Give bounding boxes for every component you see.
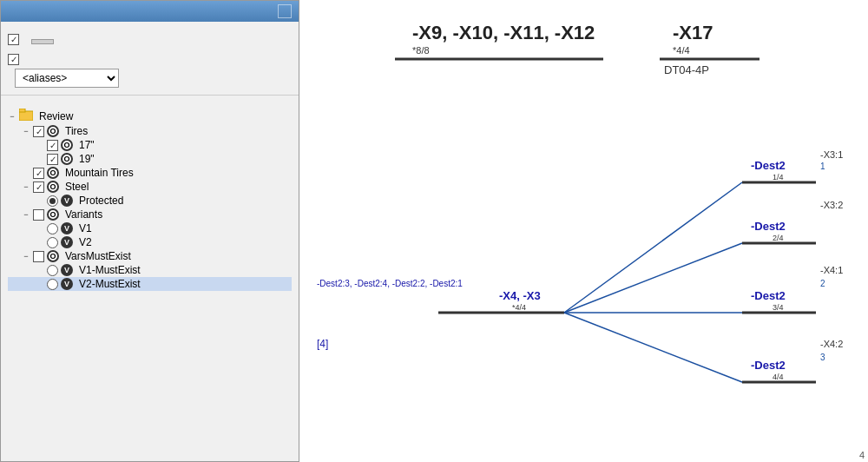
dest2-4-frac: 4/4 bbox=[773, 373, 784, 381]
dest2-1-frac: 1/4 bbox=[773, 173, 784, 182]
tree-item-v2must[interactable]: VV2-MustExist bbox=[8, 277, 292, 291]
tree-label-19: 19" bbox=[79, 153, 95, 165]
dest2-2-frac: 2/4 bbox=[773, 234, 784, 242]
activate-button[interactable] bbox=[31, 39, 54, 44]
badge-o-variants: O bbox=[47, 208, 59, 221]
sub-label-right: *4/4 bbox=[673, 45, 690, 56]
x4-1-num: 2 bbox=[820, 279, 825, 288]
x3-2-num: 1 bbox=[820, 162, 825, 171]
tree-label-v1must: V1-MustExist bbox=[79, 264, 141, 276]
bracket-label: [4] bbox=[317, 338, 328, 350]
checkbox-19[interactable] bbox=[47, 154, 58, 165]
badge-v-v2must: V bbox=[61, 278, 73, 290]
tree-item-17[interactable]: O17" bbox=[8, 138, 292, 152]
tree-label-protected: Protected bbox=[79, 195, 123, 207]
badge-v-v1must: V bbox=[61, 264, 73, 276]
tree-item-v1must[interactable]: VV1-MustExist bbox=[8, 263, 292, 277]
activate-section: <aliases> bbox=[1, 22, 299, 96]
diagram-svg: -X9, -X10, -X11, -X12 -X17 *8/8 *4/4 DT0… bbox=[299, 0, 868, 462]
activate-row bbox=[8, 34, 292, 49]
tree-item-varsmustexist[interactable]: −OVarsMustExist bbox=[8, 249, 292, 263]
page-number: 4 bbox=[859, 450, 865, 460]
expand-icon-steel[interactable]: − bbox=[22, 182, 30, 191]
dest2-4-label: -Dest2 bbox=[751, 359, 786, 372]
tree-label-v2: V2 bbox=[79, 236, 92, 248]
radio-v1must[interactable] bbox=[47, 265, 58, 276]
checkbox-varsmustexist[interactable] bbox=[33, 251, 44, 262]
tree-item-review[interactable]: −Review bbox=[8, 108, 292, 124]
alias-select[interactable]: <aliases> bbox=[15, 69, 119, 88]
dest2-3-frac: 3/4 bbox=[773, 303, 784, 312]
checkbox-17[interactable] bbox=[47, 140, 58, 151]
radio-v2must[interactable] bbox=[47, 279, 58, 290]
tree-item-tires[interactable]: −OTires bbox=[8, 124, 292, 138]
badge-o-17: O bbox=[61, 139, 73, 151]
conn-line-4 bbox=[564, 313, 742, 382]
folder-icon-review bbox=[19, 109, 33, 123]
x4-2-label: -X4:2 bbox=[820, 339, 843, 349]
badge-v-v2: V bbox=[61, 236, 73, 248]
tree-label-varsmustexist: VarsMustExist bbox=[65, 250, 131, 262]
tree-label-variants: Variants bbox=[65, 208, 102, 221]
tree-label-17: 17" bbox=[79, 139, 95, 151]
tree-label-tires: Tires bbox=[65, 125, 88, 137]
conn-line-1 bbox=[564, 182, 742, 313]
center-connector-label: -X4, -X3 bbox=[499, 289, 541, 302]
tree-item-v1[interactable]: VV1 bbox=[8, 221, 292, 235]
tree-label-v2must: V2-MustExist bbox=[79, 278, 141, 290]
badge-o-tires: O bbox=[47, 125, 59, 137]
alias-row: <aliases> bbox=[8, 69, 292, 88]
display-elements-checkbox[interactable] bbox=[8, 54, 19, 65]
tree-item-mountain-tires[interactable]: OMountain Tires bbox=[8, 166, 292, 180]
tree-label-review: Review bbox=[39, 110, 73, 122]
expand-icon-review[interactable]: − bbox=[8, 112, 16, 121]
radio-v1[interactable] bbox=[47, 223, 58, 234]
dest2-1-label: -Dest2 bbox=[751, 159, 786, 172]
activate-online-checkbox[interactable] bbox=[8, 34, 19, 45]
dest2-3-label: -Dest2 bbox=[751, 289, 786, 302]
activate-online-row bbox=[8, 34, 24, 45]
checkbox-variants[interactable] bbox=[33, 209, 44, 221]
tree-section: −Review−OTiresO17"O19"OMountain Tires−OS… bbox=[1, 96, 299, 461]
badge-o-mountain-tires: O bbox=[47, 167, 59, 179]
checkbox-tires[interactable] bbox=[33, 126, 44, 137]
checkbox-mountain-tires[interactable] bbox=[33, 168, 44, 179]
tree-item-19[interactable]: O19" bbox=[8, 152, 292, 166]
tree-item-v2[interactable]: VV2 bbox=[8, 235, 292, 249]
badge-v-v1: V bbox=[61, 222, 73, 234]
expand-icon-varsmustexist[interactable]: − bbox=[22, 252, 30, 261]
variants-options-panel: <aliases> −Review−OTiresO17"O19"OMountai… bbox=[0, 0, 299, 462]
tree-item-variants[interactable]: −OVariants bbox=[8, 208, 292, 221]
top-right-label-x17: -X17 bbox=[673, 22, 713, 43]
badge-o-steel: O bbox=[47, 181, 59, 193]
radio-protected[interactable] bbox=[47, 195, 58, 207]
panel-titlebar bbox=[1, 1, 299, 22]
display-elements-row bbox=[8, 54, 292, 65]
badge-v-protected: V bbox=[61, 195, 73, 207]
radio-v2[interactable] bbox=[47, 237, 58, 248]
diagram-panel: -X9, -X10, -X11, -X12 -X17 *8/8 *4/4 DT0… bbox=[299, 0, 868, 462]
x4-1-label: -X4:1 bbox=[820, 265, 843, 275]
dest2-2-label: -Dest2 bbox=[751, 220, 786, 233]
tree-item-steel[interactable]: −OSteel bbox=[8, 180, 292, 194]
svg-rect-1 bbox=[19, 109, 25, 112]
sub-label-left: *8/8 bbox=[412, 45, 430, 56]
tree-label-v1: V1 bbox=[79, 222, 92, 234]
tree-label-mountain-tires: Mountain Tires bbox=[65, 167, 134, 179]
expand-icon-tires[interactable]: − bbox=[22, 127, 30, 135]
badge-o-19: O bbox=[61, 153, 73, 165]
top-left-label: -X9, -X10, -X11, -X12 bbox=[412, 22, 595, 43]
x3-1-label: -X3:1 bbox=[820, 149, 843, 160]
tree-item-protected[interactable]: VProtected bbox=[8, 194, 292, 208]
left-dest-label: -Dest2:3, -Dest2:4, -Dest2:2, -Dest2:1 bbox=[317, 279, 463, 288]
badge-o-varsmustexist: O bbox=[47, 250, 59, 262]
expand-icon-variants[interactable]: − bbox=[22, 210, 30, 219]
checkbox-steel[interactable] bbox=[33, 182, 44, 193]
dt04-label: DT04-4P bbox=[664, 63, 709, 76]
svg-rect-0 bbox=[19, 111, 33, 121]
close-button[interactable] bbox=[278, 4, 292, 18]
x3-2-label: -X3:2 bbox=[820, 200, 843, 210]
center-connector-sub: *4/4 bbox=[512, 303, 526, 312]
tree-label-steel: Steel bbox=[65, 181, 89, 193]
conn-line-2 bbox=[564, 243, 742, 313]
